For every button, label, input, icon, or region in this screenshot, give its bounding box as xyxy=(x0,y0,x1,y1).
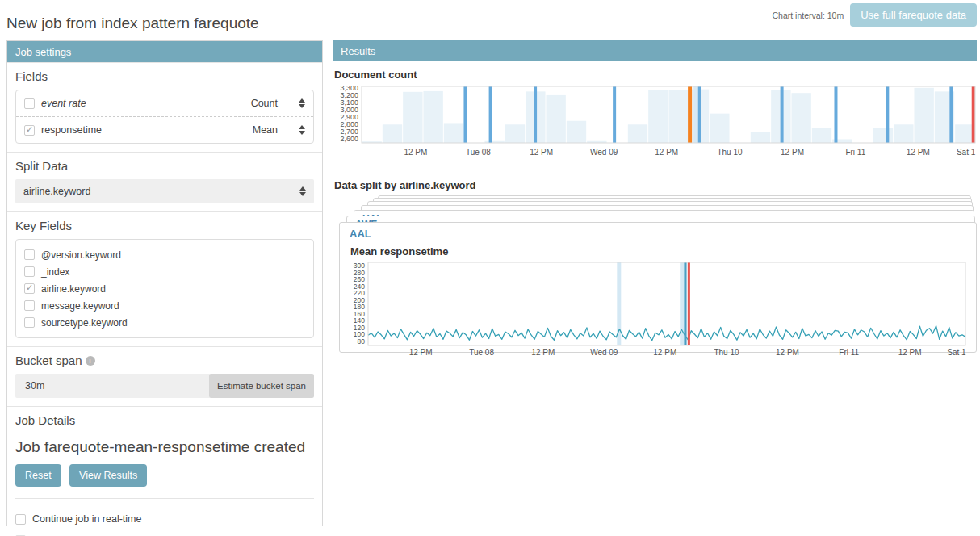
continue-realtime-checkbox[interactable] xyxy=(15,514,26,525)
key-field-label: message.keyword xyxy=(41,300,119,312)
bucket-span-input[interactable]: 30m xyxy=(25,380,44,392)
x-tick-label: 12 PM xyxy=(776,348,799,357)
fields-box: event rate Count responsetime Mean xyxy=(15,90,314,144)
bucket-span-section: Bucket spani 30m Estimate bucket span xyxy=(7,346,322,406)
doc-count-bar xyxy=(505,124,525,143)
field-row-event-rate: event rate Count xyxy=(16,90,313,116)
mean-responsetime-title: Mean responsetime xyxy=(350,245,966,258)
airline-card-label[interactable]: AAL xyxy=(350,228,966,240)
key-field-row: @version.keyword xyxy=(24,246,305,263)
key-field-row: airline.keyword xyxy=(24,280,305,297)
teal-line-marker xyxy=(684,262,686,345)
time-stripe-marker xyxy=(489,86,492,143)
x-tick-label: Sat 1 xyxy=(947,348,966,357)
time-stripe-marker xyxy=(613,86,616,143)
key-field-checkbox[interactable] xyxy=(24,266,35,277)
doc-count-bar xyxy=(894,124,913,143)
document-count-title: Document count xyxy=(334,69,977,81)
doc-count-bar xyxy=(710,114,729,143)
doc-count-bar xyxy=(383,124,402,143)
key-field-checkbox[interactable] xyxy=(24,300,35,311)
results-header: Results xyxy=(333,40,977,61)
doc-count-bar xyxy=(547,95,566,143)
data-split-title: Data split by airline.keyword xyxy=(334,179,977,191)
key-field-label: sourcetype.keyword xyxy=(41,317,128,329)
x-tick-label: 12 PM xyxy=(653,348,676,357)
job-details-section: Job Details Job farequote-mean-responset… xyxy=(7,406,322,536)
key-field-label: airline.keyword xyxy=(41,283,106,295)
time-stripe-marker xyxy=(949,86,953,143)
field-label: responsetime xyxy=(41,124,102,136)
field-label: event rate xyxy=(41,98,86,109)
doc-count-bar xyxy=(444,123,463,143)
mean-responsetime-line xyxy=(368,326,965,341)
key-field-label: _index xyxy=(41,266,69,278)
responsetime-checkbox[interactable] xyxy=(24,125,35,136)
key-field-row: sourcetype.keyword xyxy=(24,314,305,331)
mean-responsetime-chart[interactable]: 3002802602402202001801601401201008012 PM… xyxy=(350,259,966,363)
create-watch-row: Create watch for real-time job xyxy=(15,530,314,536)
info-icon[interactable]: i xyxy=(86,356,95,366)
x-tick-label: 12 PM xyxy=(655,148,678,157)
x-tick-label: 12 PM xyxy=(530,148,553,157)
doc-count-bar xyxy=(812,128,831,143)
topbar: Chart interval: 10m Use full farequote d… xyxy=(772,3,977,27)
estimate-bucket-span-button[interactable]: Estimate bucket span xyxy=(209,374,314,398)
field-row-responsetime: responsetime Mean xyxy=(16,116,313,143)
x-tick-label: Thu 10 xyxy=(714,348,739,357)
time-stripe-marker xyxy=(834,86,837,143)
use-full-data-button[interactable]: Use full farequote data xyxy=(850,3,977,27)
doc-count-bar xyxy=(915,88,934,143)
light-band-marker xyxy=(693,86,698,143)
y-tick-label: 80 xyxy=(358,337,366,345)
key-field-row: _index xyxy=(24,263,305,280)
document-count-chart[interactable]: 3,3003,2003,1003,0002,9002,8002,7002,600… xyxy=(333,84,977,166)
chart-interval-label: Chart interval: 10m xyxy=(772,10,844,20)
key-field-checkbox[interactable] xyxy=(24,249,35,260)
responsetime-agg-select[interactable]: Mean xyxy=(253,124,305,136)
job-settings-panel: Job settings Fields event rate Count res… xyxy=(6,40,323,526)
continue-realtime-label: Continue job in real-time xyxy=(32,513,142,525)
key-field-row: message.keyword xyxy=(24,297,305,314)
document-count-svg[interactable]: 3,3003,2003,1003,0002,9002,8002,7002,600… xyxy=(333,84,977,163)
x-tick-label: Fri 11 xyxy=(845,148,865,157)
results-panel: Results Document count 3,3003,2003,1003,… xyxy=(333,40,977,369)
page-title: New job from index pattern farequote xyxy=(6,15,259,32)
time-stripe-marker xyxy=(781,86,784,143)
x-tick-label: Wed 09 xyxy=(590,348,618,357)
continue-realtime-row: Continue job in real-time xyxy=(15,509,314,530)
key-field-checkbox[interactable] xyxy=(24,283,35,294)
doc-count-bar xyxy=(628,124,647,143)
view-results-button[interactable]: View Results xyxy=(69,464,147,487)
key-field-checkbox[interactable] xyxy=(24,317,35,328)
reset-button[interactable]: Reset xyxy=(15,464,61,487)
x-tick-label: 12 PM xyxy=(531,348,555,357)
orange-marker xyxy=(688,86,692,143)
x-tick-label: 12 PM xyxy=(781,148,804,157)
time-stripe-marker xyxy=(886,86,889,143)
doc-count-bar xyxy=(567,121,586,143)
split-data-section: Split Data airline.keyword xyxy=(7,152,322,211)
select-stepper-icon xyxy=(299,186,306,196)
key-fields-heading: Key Fields xyxy=(15,219,314,232)
x-tick-label: Wed 09 xyxy=(590,148,618,157)
doc-count-bar xyxy=(648,90,668,143)
event-rate-agg-select[interactable]: Count xyxy=(251,98,305,109)
select-stepper-icon xyxy=(299,125,305,135)
x-tick-label: 12 PM xyxy=(907,148,930,157)
fields-section: Fields event rate Count responsetime M xyxy=(7,62,322,152)
x-tick-label: 12 PM xyxy=(404,148,427,157)
x-tick-label: 12 PM xyxy=(409,348,433,357)
x-tick-label: Thu 10 xyxy=(717,148,743,157)
split-data-select[interactable]: airline.keyword xyxy=(15,179,314,203)
select-stepper-icon xyxy=(299,98,305,108)
event-rate-checkbox[interactable] xyxy=(24,98,35,109)
airline-card-AAL[interactable]: AAL Mean responsetime 300280260240220200… xyxy=(339,222,977,353)
doc-count-bar xyxy=(424,91,443,143)
airline-card-stack: AWEUALASA AAL Mean responsetime 30028026… xyxy=(333,195,977,369)
job-settings-header: Job settings xyxy=(7,41,322,62)
divider xyxy=(15,498,314,499)
mean-responsetime-svg[interactable]: 3002802602402202001801601401201008012 PM… xyxy=(350,259,968,360)
doc-count-bar xyxy=(792,93,811,143)
bucket-span-row: 30m Estimate bucket span xyxy=(15,374,314,398)
